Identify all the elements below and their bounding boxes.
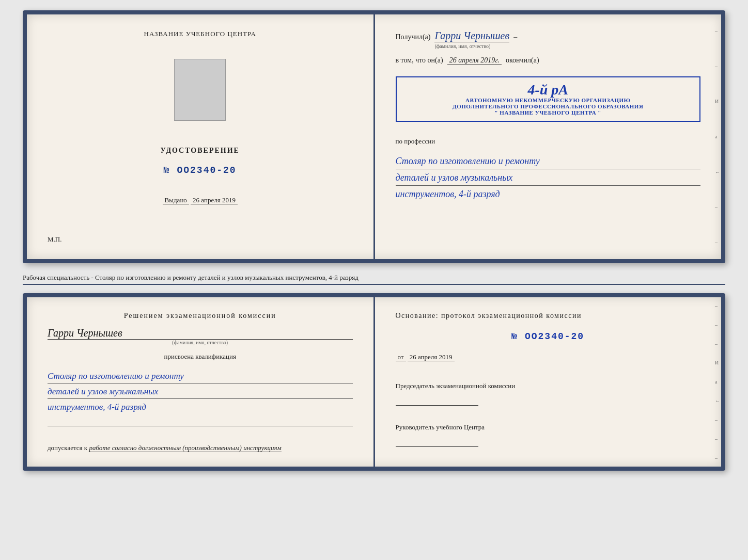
kvali-block: Столяр по изготовлению и ремонту деталей… (48, 368, 353, 414)
profession-block: Столяр по изготовлению и ремонту деталей… (396, 153, 701, 201)
bdash-3: – (715, 341, 720, 347)
bdash-5: – (715, 436, 720, 442)
stamp-line2: АВТОНОМНУЮ НЕКОММЕРЧЕСКУЮ ОРГАНИЗАЦИЮ (405, 97, 692, 103)
stamp-line1: 4-й рА (405, 83, 692, 97)
profession-line2: деталей и узлов музыкальных (396, 170, 701, 186)
vtom-prefix: в том, что он(а) (396, 56, 443, 65)
okonchil-label: окончил(а) (506, 56, 539, 65)
vydano-line: Выдано 26 апреля 2019 (163, 196, 238, 204)
bdash-arrow: ← (715, 398, 720, 404)
vtom-date: 26 апреля 2019г. (447, 56, 502, 65)
bdash-1: – (715, 303, 720, 309)
bottom-fio-subtext: (фамилия, имя, отчество) (48, 340, 353, 345)
recipient-name: Гарри Чернышев (434, 30, 509, 42)
dash-а: а (715, 134, 720, 139)
protocol-num: OO2340-20 (525, 331, 584, 342)
prisvoena-label: присвоена квалификация (48, 353, 353, 361)
dopusk-text: работе согласно должностным (производств… (89, 444, 281, 452)
bdash-6: – (715, 455, 720, 461)
bottom-document: Решением экзаменационной комиссии Гарри … (23, 293, 725, 471)
vydano-date: 26 апреля 2019 (191, 196, 238, 204)
top-document: НАЗВАНИЕ УЧЕБНОГО ЦЕНТРА УДОСТОВЕРЕНИЕ №… (23, 10, 725, 263)
bdash-4: – (715, 417, 720, 423)
bottom-doc-right-page: Основание: протокол экзаменационной коми… (375, 297, 722, 467)
kvali-line1: Столяр по изготовлению и ремонту (48, 369, 353, 383)
ot-date-value: 26 апреля 2019 (408, 353, 455, 361)
po-professii-label: по профессии (396, 137, 701, 146)
bdash-И: И (715, 360, 720, 365)
ot-date: от 26 апреля 2019 (396, 353, 701, 361)
bottom-side-dashes: – – – И а ← – – – (715, 297, 720, 467)
kvali-line2: деталей и узлов музыкальных (48, 385, 353, 399)
predsedatel-block: Председатель экзаменационной комиссии (396, 382, 701, 406)
profession-line1: Столяр по изготовлению и ремонту (396, 154, 701, 169)
protocol-prefix: № (511, 331, 518, 342)
separator-line (48, 426, 353, 426)
protocol-number: № OO2340-20 (396, 331, 701, 342)
predsedatel-signature-line (396, 395, 478, 406)
rukovoditel-block: Руководитель учебного Центра (396, 423, 701, 447)
predsedatel-label: Председатель экзаменационной комиссии (396, 382, 701, 390)
kvali-line3: инструментов, 4-й разряд (48, 400, 353, 414)
dopuskaetsya-block: допускается к работе согласно должностны… (48, 444, 353, 452)
profession-line3: инструментов, 4-й разряд (396, 187, 701, 202)
top-doc-left-page: НАЗВАНИЕ УЧЕБНОГО ЦЕНТРА УДОСТОВЕРЕНИЕ №… (27, 14, 375, 259)
dash-1: – (715, 28, 720, 34)
bdash-а: а (715, 379, 720, 385)
rukovoditel-signature-line (396, 437, 478, 447)
ot-prefix: от (396, 353, 406, 361)
dopusk-prefix: допускается к (48, 444, 87, 452)
resheniem-title: Решением экзаменационной комиссии (48, 312, 353, 320)
bdash-2: – (715, 322, 720, 328)
dash-И: И (715, 99, 720, 104)
stamp-line4: " НАЗВАНИЕ УЧЕБНОГО ЦЕНТРА " (405, 109, 692, 116)
photo-placeholder (174, 59, 226, 121)
cert-number: OO2340-20 (177, 165, 236, 175)
osnovanie-label: Основание: протокол экзаменационной коми… (396, 312, 701, 320)
caption-bar: Рабочая специальность - Столяр по изгото… (23, 271, 725, 285)
stamp-line3: ДОПОЛНИТЕЛЬНОГО ПРОФЕССИОНАЛЬНОГО ОБРАЗО… (405, 103, 692, 109)
caption-text: Рабочая специальность - Столяр по изгото… (23, 274, 359, 281)
rukovoditel-label: Руководитель учебного Центра (396, 423, 701, 431)
udostoverenie-number: № OO2340-20 (164, 165, 237, 175)
udostoverenie-label: УДОСТОВЕРЕНИЕ (161, 147, 240, 155)
top-doc-right-page: Получил(а) Гарри Чернышев (фамилия, имя,… (375, 14, 722, 259)
dash-2: – (715, 63, 720, 69)
top-left-title: НАЗВАНИЕ УЧЕБНОГО ЦЕНТРА (144, 30, 256, 38)
poluchil-label: Получил(а) (396, 33, 431, 41)
vydano-label: Выдано (163, 196, 189, 204)
dash-arrow: ← (715, 169, 720, 175)
received-row: Получил(а) Гарри Чернышев (фамилия, имя,… (396, 30, 701, 49)
vtom-row: в том, что он(а) 26 апреля 2019г. окончи… (396, 56, 701, 65)
dash-4: – (715, 239, 720, 245)
stamp-block: 4-й рА АВТОНОМНУЮ НЕКОММЕРЧЕСКУЮ ОРГАНИЗ… (396, 76, 701, 122)
number-prefix: № (164, 165, 170, 175)
bottom-recipient-name: Гарри Чернышев (48, 327, 353, 340)
bottom-name-block: Гарри Чернышев (фамилия, имя, отчество) (48, 327, 353, 345)
side-dashes: – – И а ← – – (715, 14, 720, 259)
bottom-doc-left-page: Решением экзаменационной комиссии Гарри … (27, 297, 375, 467)
dash-3: – (715, 204, 720, 210)
fio-subtext: (фамилия, имя, отчество) (434, 43, 490, 49)
mp-label: М.П. (48, 235, 61, 244)
